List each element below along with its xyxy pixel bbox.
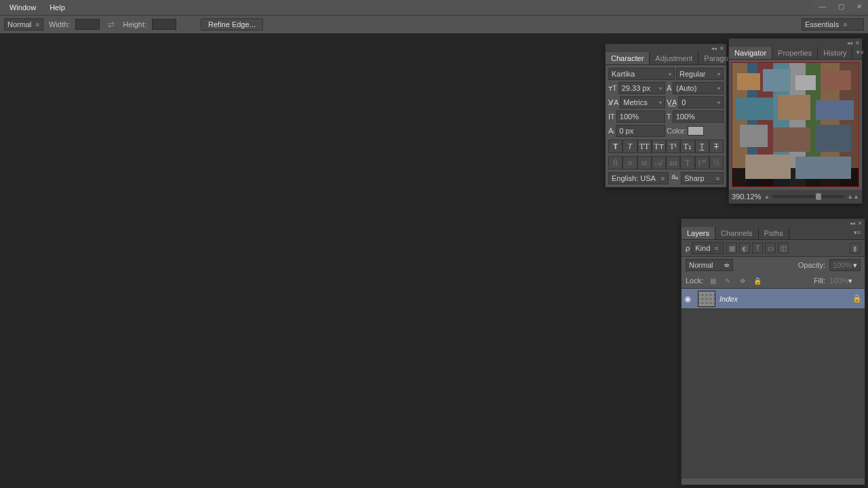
- lock-all-icon[interactable]: 🔒: [752, 275, 763, 286]
- kerning-icon: V̸A: [608, 98, 618, 107]
- tab-adjustment[interactable]: Adjustment: [650, 52, 698, 64]
- tracking-icon: V͟A: [667, 98, 677, 107]
- baseline-input[interactable]: 0 px: [616, 125, 665, 137]
- font-size-input[interactable]: 29.33 px▾: [618, 82, 665, 94]
- tab-paths[interactable]: Paths: [759, 227, 789, 239]
- filter-smart-icon[interactable]: ◫: [778, 243, 789, 253]
- filter-kind-dropdown[interactable]: Kind≑: [692, 242, 724, 254]
- tab-channels[interactable]: Channels: [715, 227, 758, 239]
- maximize-button[interactable]: ▢: [832, 0, 850, 12]
- discretionary-button[interactable]: st: [637, 156, 652, 169]
- panel-collapse-icon[interactable]: ◂◂: [847, 40, 852, 46]
- titling-button[interactable]: T: [680, 156, 694, 169]
- filter-toggle[interactable]: ▮: [850, 243, 861, 253]
- lock-transparency-icon[interactable]: ▦: [707, 275, 718, 286]
- leading-input[interactable]: (Auto)▾: [673, 82, 724, 94]
- opacity-input[interactable]: 100%▾: [829, 259, 861, 271]
- lock-pixels-icon[interactable]: ✎: [722, 275, 733, 286]
- zoom-out-icon[interactable]: ▲: [764, 193, 770, 200]
- filter-search-icon: ρ: [686, 244, 690, 252]
- height-input[interactable]: [152, 19, 176, 30]
- navigator-panel: ◂◂ ✕ Navigator Properties History ▾≡: [728, 38, 863, 204]
- italic-button[interactable]: T: [623, 140, 637, 153]
- layer-name[interactable]: Index: [719, 295, 738, 303]
- kerning-dropdown[interactable]: Metrics▾: [620, 96, 665, 108]
- ligatures-button[interactable]: fi: [608, 156, 623, 169]
- panel-close-icon[interactable]: ✕: [858, 220, 863, 226]
- lock-icon: 🔒: [852, 294, 862, 303]
- vscale-input[interactable]: 100%: [616, 110, 665, 123]
- layer-list: ◉ Index 🔒: [682, 289, 865, 479]
- stylistic-button[interactable]: aα: [666, 156, 680, 169]
- color-label: Color:: [667, 127, 686, 135]
- width-label: Width:: [49, 20, 70, 28]
- navigator-thumbnail[interactable]: [732, 62, 859, 187]
- lock-position-icon[interactable]: ✥: [737, 275, 748, 286]
- font-family-dropdown[interactable]: Kartika▾: [608, 68, 675, 80]
- menu-help[interactable]: Help: [43, 1, 72, 14]
- filter-type-icon[interactable]: T: [752, 243, 763, 253]
- allcaps-button[interactable]: TT: [637, 140, 652, 153]
- subscript-button[interactable]: T₁: [680, 140, 694, 153]
- menu-window[interactable]: Window: [3, 1, 43, 14]
- panel-close-icon[interactable]: ✕: [855, 40, 860, 46]
- tab-layers[interactable]: Layers: [682, 227, 715, 239]
- blend-mode-dropdown[interactable]: Normal≑: [686, 259, 733, 271]
- zoom-slider[interactable]: [772, 195, 844, 198]
- swash-button[interactable]: 𝒜: [652, 156, 666, 169]
- layer-thumbnail[interactable]: [698, 291, 715, 307]
- bold-button[interactable]: T: [608, 140, 623, 153]
- font-weight-dropdown[interactable]: Regular▾: [676, 68, 724, 80]
- leading-icon: Ā: [667, 84, 671, 92]
- language-dropdown[interactable]: English: USA≑: [608, 172, 669, 184]
- height-label: Height:: [123, 20, 146, 28]
- filter-adjustment-icon[interactable]: ◐: [739, 243, 750, 253]
- antialias-dropdown[interactable]: Sharp≑: [681, 172, 724, 184]
- layers-panel: ◂◂ ✕ Layers Channels Paths ▾≡ ρ Kind≑ ▦ …: [681, 218, 865, 485]
- panel-menu-icon[interactable]: ▾≡: [852, 47, 867, 59]
- antialias-icon: aₐ: [671, 172, 678, 184]
- workspace-dropdown[interactable]: Essentials≑: [802, 18, 864, 30]
- width-input[interactable]: [75, 19, 100, 30]
- filter-pixel-icon[interactable]: ▦: [726, 243, 737, 253]
- fill-label: Fill:: [814, 277, 825, 285]
- tab-history[interactable]: History: [818, 47, 852, 59]
- lock-label: Lock:: [686, 277, 703, 285]
- fill-input[interactable]: 100%▾: [829, 277, 861, 285]
- contextual-button[interactable]: σ: [623, 156, 637, 169]
- close-button[interactable]: ✕: [850, 0, 868, 12]
- character-panel: ◂◂ ✕ Character Adjustment Paragraph ▾≡ K…: [605, 43, 727, 188]
- zoom-in-icon[interactable]: ▲▲: [847, 193, 859, 200]
- options-bar: Normal≑ Width: ⇄ Height: Refine Edge... …: [0, 15, 868, 34]
- smallcaps-button[interactable]: Tᴛ: [652, 140, 666, 153]
- vscale-icon: IT: [608, 113, 615, 121]
- zoom-value: 390.12%: [732, 192, 761, 201]
- panel-collapse-icon[interactable]: ◂◂: [850, 220, 855, 226]
- visibility-icon[interactable]: ◉: [684, 294, 694, 304]
- panel-collapse-icon[interactable]: ◂◂: [711, 45, 717, 52]
- panel-close-icon[interactable]: ✕: [719, 45, 724, 52]
- color-swatch[interactable]: [688, 126, 704, 136]
- hscale-input[interactable]: 100%: [673, 110, 724, 123]
- superscript-button[interactable]: T¹: [666, 140, 680, 153]
- tab-properties[interactable]: Properties: [772, 47, 818, 59]
- selection-mode-dropdown[interactable]: Normal≑: [4, 18, 43, 30]
- menu-bar: Window Help — ▢ ✕: [0, 0, 868, 15]
- panel-menu-icon[interactable]: ▾≡: [850, 227, 865, 239]
- filter-shape-icon[interactable]: ▭: [765, 243, 776, 253]
- font-size-icon: ᴛT: [608, 84, 617, 93]
- opacity-label: Opacity:: [798, 261, 825, 269]
- ordinals-button[interactable]: 1ˢᵗ: [695, 156, 709, 169]
- refine-edge-button[interactable]: Refine Edge...: [201, 18, 263, 30]
- hscale-icon: T: [667, 113, 671, 121]
- tracking-input[interactable]: 0▾: [678, 96, 724, 108]
- tab-navigator[interactable]: Navigator: [729, 47, 772, 59]
- baseline-icon: Aᵢ: [608, 127, 614, 136]
- swap-dimensions-icon[interactable]: ⇄: [105, 20, 117, 29]
- underline-button[interactable]: T: [695, 140, 709, 153]
- layer-item[interactable]: ◉ Index 🔒: [682, 289, 865, 309]
- fractions-button[interactable]: ½: [709, 156, 724, 169]
- tab-character[interactable]: Character: [606, 52, 650, 64]
- minimize-button[interactable]: —: [814, 0, 831, 12]
- strike-button[interactable]: T: [709, 140, 724, 153]
